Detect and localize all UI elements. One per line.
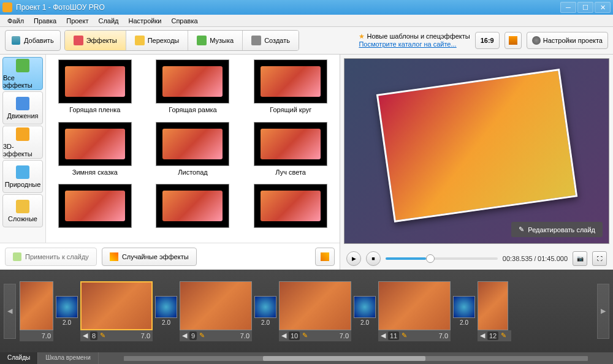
effect-thumb: [58, 122, 132, 166]
menu-file[interactable]: Файл: [2, 16, 29, 26]
promo-link[interactable]: Посмотрите каталог на сайте...: [359, 40, 470, 48]
timeline-prev-button[interactable]: ◀: [4, 284, 16, 339]
effects-grid: Горящая пленкаГорящая рамкаГорящий кругЗ…: [46, 55, 340, 243]
effect-item-1[interactable]: Горящая рамка: [147, 59, 240, 121]
preview-panel: ✎ Редактировать слайд ▶ ■ 00:38.535 / 01…: [340, 55, 613, 270]
timecode: 00:38.535 / 01:45.000: [503, 255, 568, 262]
slide-number: 11: [388, 332, 399, 340]
seek-fill: [386, 257, 426, 260]
tab-icon: [74, 36, 83, 45]
snapshot-button[interactable]: 📷: [573, 251, 587, 266]
stop-button[interactable]: ■: [366, 251, 381, 266]
slide-box-4[interactable]: ◀ 11 ✎7.0: [378, 281, 451, 341]
add-button[interactable]: Добавить: [5, 30, 61, 51]
play-button[interactable]: ▶: [346, 251, 361, 266]
edit-icon: ✎: [100, 332, 105, 339]
mode-tab-3[interactable]: Создать: [243, 31, 299, 50]
random-label: Случайные эффекты: [122, 253, 189, 260]
category-button-3[interactable]: Природные: [2, 160, 43, 193]
transition-thumb: [155, 296, 177, 318]
effect-item-8[interactable]: [244, 184, 337, 238]
effect-item-5[interactable]: Луч света: [244, 122, 337, 183]
transition-box-4[interactable]: 2.0: [453, 296, 475, 326]
random-effects-button[interactable]: Случайные эффекты: [102, 248, 197, 266]
mode-tab-0[interactable]: Эффекты: [65, 31, 126, 50]
tab-label: Музыка: [210, 37, 234, 44]
tab-slides[interactable]: Слайды: [0, 352, 38, 364]
apply-to-slide-button[interactable]: Применить к слайду: [5, 248, 97, 266]
project-settings-label: Настройки проекта: [543, 37, 603, 44]
close-button[interactable]: ✕: [595, 2, 611, 13]
time-current: 00:38.535: [503, 255, 533, 262]
effect-item-4[interactable]: Листопад: [147, 122, 240, 183]
maximize-button[interactable]: ☐: [577, 2, 593, 13]
edit-icon: ✎: [199, 332, 205, 339]
transition-box-2[interactable]: 2.0: [254, 296, 276, 326]
effect-label: Зимняя сказка: [48, 169, 142, 176]
effect-thumb: [156, 122, 229, 166]
edit-slide-button[interactable]: ✎ Редактировать слайд: [511, 222, 603, 237]
edit-icon: ✎: [501, 332, 506, 339]
slide-thumb: [180, 281, 252, 330]
slide-box-1[interactable]: ◀ 8 ✎7.0: [80, 281, 153, 341]
category-icon: [16, 97, 29, 110]
app-icon: [2, 2, 12, 12]
effect-item-3[interactable]: Зимняя сказка: [48, 122, 142, 183]
transition-box-0[interactable]: 2.0: [56, 296, 78, 326]
category-label: Все эффекты: [3, 74, 42, 89]
brush-button[interactable]: [315, 248, 335, 266]
slide-thumb: [20, 281, 53, 330]
category-label: Сложные: [8, 215, 37, 222]
mode-tab-1[interactable]: Переходы: [126, 31, 189, 50]
promo-text1: Новые шаблоны и спецэффекты: [367, 32, 470, 40]
theme-thumb-button[interactable]: [504, 32, 522, 49]
tab-icon: [197, 36, 207, 45]
tab-timescale[interactable]: Шкала времени: [38, 352, 98, 364]
timeline-tabs: Слайды Шкала времени: [0, 352, 613, 364]
main-area: Все эффектыДвижения3D-эффектыПриродныеСл…: [0, 55, 613, 270]
category-label: 3D-эффекты: [3, 143, 42, 157]
mode-tab-2[interactable]: Музыка: [188, 31, 243, 50]
menu-help[interactable]: Справка: [166, 16, 202, 26]
category-icon: [16, 59, 29, 72]
menu-slide[interactable]: Слайд: [93, 16, 123, 26]
seek-thumb[interactable]: [426, 254, 435, 263]
slide-duration: 7.0: [340, 332, 349, 339]
category-label: Движения: [7, 112, 38, 119]
seek-slider[interactable]: [386, 257, 498, 260]
timeline-scrollbar[interactable]: [99, 352, 613, 364]
category-button-4[interactable]: Сложные: [2, 194, 43, 227]
timeline-next-button[interactable]: ▶: [597, 284, 609, 339]
transition-box-3[interactable]: 2.0: [354, 296, 376, 326]
tab-label: Переходы: [148, 37, 180, 44]
effect-item-6[interactable]: [48, 184, 142, 238]
timeline-scroll-thumb[interactable]: [263, 356, 425, 361]
slide-thumb: [378, 281, 451, 330]
minimize-button[interactable]: ─: [560, 2, 576, 13]
transition-thumb: [254, 296, 276, 318]
slide-box-3[interactable]: ◀ 10 ✎7.0: [279, 281, 351, 341]
category-button-0[interactable]: Все эффекты: [2, 57, 43, 90]
effect-item-0[interactable]: Горящая пленка: [48, 59, 142, 121]
effect-thumb: [58, 59, 132, 104]
menu-settings[interactable]: Настройки: [124, 16, 167, 26]
transition-box-1[interactable]: 2.0: [155, 296, 177, 326]
menu-edit[interactable]: Правка: [29, 16, 61, 26]
effect-label: Горящая пленка: [48, 106, 142, 113]
slide-box-0[interactable]: 7.0: [20, 281, 53, 341]
effect-item-7[interactable]: [147, 184, 240, 238]
effect-item-2[interactable]: Горящий круг: [244, 59, 337, 121]
slide-box-2[interactable]: ◀ 9 ✎7.0: [180, 281, 252, 341]
fullscreen-button[interactable]: ⛶: [592, 251, 607, 266]
category-button-1[interactable]: Движения: [2, 91, 43, 124]
tab-label: Создать: [264, 37, 290, 44]
transition-duration: 2.0: [162, 319, 170, 326]
aspect-ratio-button[interactable]: 16:9: [475, 32, 500, 49]
slide-box-5[interactable]: ◀ 12 ✎: [478, 281, 511, 341]
slide-thumb: [279, 281, 351, 330]
menu-project[interactable]: Проект: [61, 16, 93, 26]
project-settings-button[interactable]: Настройки проекта: [527, 32, 608, 49]
slide-info: ◀ 8 ✎7.0: [80, 330, 153, 341]
category-button-2[interactable]: 3D-эффекты: [2, 126, 43, 159]
effects-panel: Все эффектыДвижения3D-эффектыПриродныеСл…: [0, 55, 340, 270]
